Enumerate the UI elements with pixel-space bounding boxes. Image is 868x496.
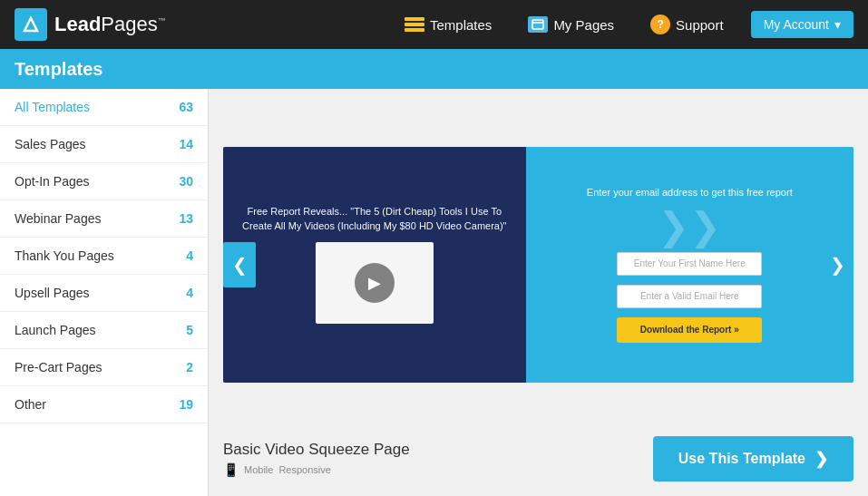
template-name-area: Basic Video Squeeze Page 📱 Mobile Respon… [223, 441, 410, 477]
page-title: Templates [15, 59, 102, 80]
nav-my-pages[interactable]: My Pages [519, 11, 623, 38]
sidebar-item-label: Other [15, 397, 46, 412]
logo-text: LeadPages™ [54, 13, 166, 36]
sidebar-item-count: 14 [179, 137, 193, 151]
template-preview-frame: Free Report Reveals... "The 5 (Dirt Chea… [223, 147, 853, 383]
sidebar-item-count: 2 [186, 360, 193, 374]
sidebar-item-count: 19 [179, 397, 193, 412]
left-arrow-icon: ❮ [232, 254, 248, 276]
sidebar-item-label: Pre-Cart Pages [15, 360, 102, 374]
header: LeadPages™ Templates My Pages ? Support … [0, 0, 868, 49]
sidebar-item-pre-cart-pages[interactable]: Pre-Cart Pages 2 [0, 349, 208, 386]
sidebar-item-sales-pages[interactable]: Sales Pages 14 [0, 126, 208, 163]
my-account-label: My Account [764, 17, 829, 32]
preview-right-panel: Enter your email address to get this fre… [526, 147, 853, 383]
nav-support[interactable]: ? Support [641, 9, 733, 40]
mobile-icon: 📱 [223, 462, 239, 477]
responsive-label: Responsive [278, 464, 330, 475]
chevron-decoration-icon: ❯❯ [658, 213, 721, 239]
preview-cta-button: Download the Report » [617, 317, 762, 343]
sidebar-item-label: Webinar Pages [15, 211, 101, 226]
preview-firstname-input: Enter Your First Name Here [617, 252, 762, 276]
templates-nav-icon [405, 17, 424, 32]
sidebar-item-count: 13 [179, 211, 193, 226]
use-template-arrow-icon: ❯ [814, 449, 828, 469]
logo-area: LeadPages™ [15, 8, 377, 41]
preview-tagline-text: Enter your email address to get this fre… [587, 186, 793, 199]
sidebar-item-label: Opt-In Pages [15, 174, 90, 189]
nav-my-pages-label: My Pages [553, 17, 614, 33]
sidebar-item-count: 30 [179, 174, 193, 189]
video-thumbnail: ▶ [316, 242, 434, 324]
main-layout: All Templates 63 Sales Pages 14 Opt-In P… [0, 89, 868, 496]
sidebar-item-label: Upsell Pages [15, 286, 90, 300]
right-arrow-icon: ❯ [830, 254, 845, 276]
sidebar-item-webinar-pages[interactable]: Webinar Pages 13 [0, 200, 208, 238]
mobile-label: Mobile [244, 464, 273, 475]
template-name: Basic Video Squeeze Page [223, 441, 410, 459]
prev-template-button[interactable]: ❮ [223, 242, 256, 287]
sidebar-item-count: 5 [186, 323, 193, 337]
nav-templates[interactable]: Templates [395, 12, 501, 38]
use-template-button[interactable]: Use This Template ❯ [653, 436, 853, 481]
sidebar-item-label: Thank You Pages [15, 248, 114, 263]
sidebar-item-other[interactable]: Other 19 [0, 386, 208, 423]
sidebar-item-thank-you-pages[interactable]: Thank You Pages 4 [0, 238, 208, 275]
use-template-label: Use This Template [678, 451, 805, 467]
leadpages-logo-icon [15, 8, 47, 41]
template-meta: 📱 Mobile Responsive [223, 462, 410, 477]
preview-headline-text: Free Report Reveals... "The 5 (Dirt Chea… [238, 205, 512, 233]
my-account-arrow: ▾ [834, 17, 841, 32]
support-icon: ? [650, 15, 670, 34]
sidebar-item-label: Launch Pages [15, 323, 96, 337]
play-button-icon: ▶ [355, 263, 395, 303]
preview-left-panel: Free Report Reveals... "The 5 (Dirt Chea… [223, 147, 526, 383]
sidebar-item-count: 4 [186, 286, 193, 300]
preview-area: ❮ Free Report Reveals... "The 5 (Dirt Ch… [223, 103, 853, 425]
sidebar-item-all-templates[interactable]: All Templates 63 [0, 89, 208, 126]
template-info-row: Basic Video Squeeze Page 📱 Mobile Respon… [223, 436, 853, 481]
next-template-button[interactable]: ❯ [821, 242, 853, 287]
sidebar-item-label: All Templates [15, 100, 90, 114]
title-bar: Templates [0, 49, 868, 89]
sidebar-item-upsell-pages[interactable]: Upsell Pages 4 [0, 275, 208, 312]
nav-support-label: Support [676, 17, 724, 33]
my-pages-nav-icon [528, 16, 548, 33]
svg-marker-0 [24, 18, 37, 31]
sidebar-item-count: 4 [186, 248, 193, 263]
sidebar-item-opt-in-pages[interactable]: Opt-In Pages 30 [0, 163, 208, 200]
content-area: ❮ Free Report Reveals... "The 5 (Dirt Ch… [209, 89, 868, 496]
sidebar-item-count: 63 [179, 100, 193, 114]
sidebar: All Templates 63 Sales Pages 14 Opt-In P… [0, 89, 209, 496]
nav-templates-label: Templates [430, 17, 492, 33]
sidebar-item-launch-pages[interactable]: Launch Pages 5 [0, 312, 208, 349]
sidebar-item-label: Sales Pages [15, 137, 86, 151]
preview-email-input: Enter a Valid Email Here [617, 285, 762, 308]
my-account-button[interactable]: My Account ▾ [751, 11, 853, 38]
svg-rect-1 [532, 20, 543, 29]
